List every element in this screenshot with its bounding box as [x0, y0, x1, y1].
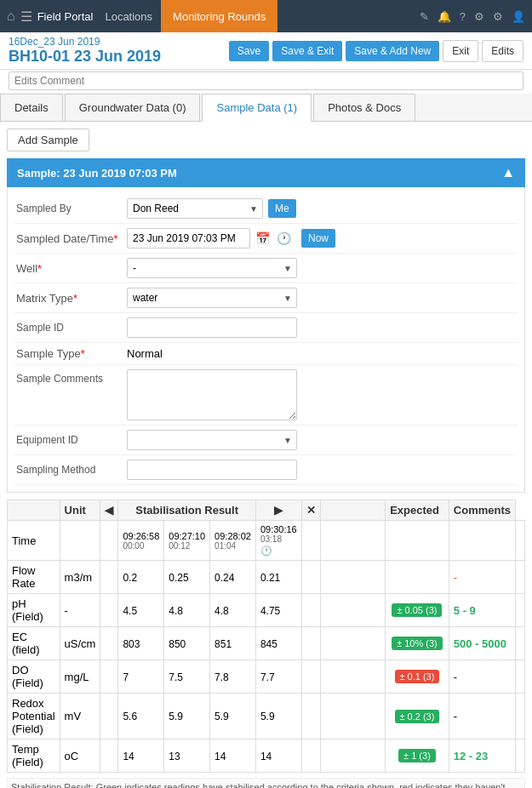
- stab-value-cell[interactable]: [210, 660, 256, 694]
- col-nav-prev[interactable]: ◀: [100, 500, 118, 521]
- stab-comment-cell[interactable]: [516, 594, 525, 627]
- stab-value-cell[interactable]: [118, 694, 164, 739]
- nav-locations[interactable]: Locations: [96, 10, 161, 23]
- stab-value-cell[interactable]: [210, 561, 256, 594]
- clock-icon[interactable]: 🕐: [275, 231, 293, 245]
- stab-row-unit: uS/cm: [60, 627, 100, 660]
- stab-value-input[interactable]: [260, 711, 297, 722]
- stab-value-cell[interactable]: [255, 627, 301, 660]
- stab-value-cell[interactable]: [255, 694, 301, 739]
- stab-value-input[interactable]: [169, 605, 205, 617]
- stab-value-cell[interactable]: [164, 594, 210, 627]
- sampled-by-select[interactable]: Don Reed: [127, 198, 263, 219]
- stab-value-cell[interactable]: [118, 561, 164, 594]
- stab-value-input[interactable]: [169, 671, 205, 683]
- stab-value-input[interactable]: [169, 751, 205, 762]
- settings2-icon[interactable]: ⚙: [493, 10, 503, 23]
- portal-label[interactable]: Field Portal: [37, 10, 94, 23]
- sample-comments-textarea[interactable]: [127, 369, 297, 420]
- equipment-select[interactable]: [127, 430, 297, 450]
- stab-value-cell[interactable]: [255, 594, 301, 627]
- edits-comment-input[interactable]: [9, 71, 523, 90]
- sample-type-label: Sample Type*: [16, 347, 127, 360]
- stab-value-cell[interactable]: [164, 561, 210, 594]
- stab-row: Flow Ratem3/m-: [8, 561, 525, 594]
- calendar-icon[interactable]: 📅: [254, 231, 272, 245]
- stab-value-input[interactable]: [123, 751, 159, 762]
- stab-comment-cell[interactable]: [516, 694, 525, 739]
- save-add-new-button[interactable]: Save & Add New: [346, 41, 439, 61]
- exit-button[interactable]: Exit: [443, 40, 478, 62]
- stab-value-input[interactable]: [123, 671, 159, 683]
- bell-icon[interactable]: 🔔: [438, 10, 451, 23]
- stab-value-cell[interactable]: [255, 739, 301, 773]
- stab-value-cell[interactable]: [164, 660, 210, 694]
- stab-value-input[interactable]: [169, 711, 205, 722]
- stab-row-nav-next: [301, 739, 320, 773]
- stab-value-input[interactable]: [215, 638, 251, 650]
- stab-value-input[interactable]: [169, 572, 205, 584]
- tab-sample-data[interactable]: Sample Data (1): [202, 94, 312, 122]
- help-icon[interactable]: ?: [460, 10, 466, 23]
- stab-value-cell[interactable]: [164, 739, 210, 773]
- me-button[interactable]: Me: [268, 199, 296, 218]
- stab-value-input[interactable]: [215, 711, 251, 722]
- tab-groundwater[interactable]: Groundwater Data (0): [65, 94, 201, 121]
- home-icon[interactable]: ⌂: [7, 9, 15, 24]
- settings-icon[interactable]: ⚙: [474, 10, 484, 23]
- stab-value-input[interactable]: [215, 751, 251, 762]
- stab-value-input[interactable]: [260, 671, 297, 683]
- collapse-icon[interactable]: ▲: [501, 165, 515, 180]
- add-sample-button[interactable]: Add Sample: [7, 128, 89, 151]
- stab-value-cell[interactable]: [210, 594, 256, 627]
- stab-comment-cell[interactable]: [516, 561, 525, 594]
- equipment-id-row: Equipment ID: [14, 425, 518, 455]
- stab-comment-cell[interactable]: [516, 739, 525, 773]
- datetime-input[interactable]: [127, 228, 250, 248]
- col-nav-next[interactable]: ▶: [255, 500, 301, 521]
- tab-details[interactable]: Details: [0, 94, 63, 121]
- portal-icon[interactable]: ☰: [20, 9, 32, 25]
- stab-value-input[interactable]: [260, 638, 297, 650]
- stab-value-cell[interactable]: [210, 694, 256, 739]
- stab-value-input[interactable]: [123, 572, 159, 584]
- stab-value-input[interactable]: [260, 605, 297, 617]
- stab-value-input[interactable]: [215, 572, 251, 584]
- stab-comment-cell[interactable]: [516, 660, 525, 694]
- sample-id-input[interactable]: [127, 317, 297, 338]
- edit-icon[interactable]: ✎: [420, 10, 429, 23]
- stab-value-cell[interactable]: [255, 561, 301, 594]
- save-button[interactable]: Save: [229, 41, 269, 61]
- stab-value-input[interactable]: [169, 638, 205, 650]
- edits-button[interactable]: Edits: [482, 40, 523, 62]
- stab-value-cell[interactable]: [255, 660, 301, 694]
- stab-value-cell[interactable]: [210, 739, 256, 773]
- stab-value-cell[interactable]: [118, 739, 164, 773]
- stab-value-input[interactable]: [123, 605, 159, 617]
- well-select[interactable]: -: [127, 258, 297, 278]
- stab-comment-cell[interactable]: [516, 627, 525, 660]
- stab-value-input[interactable]: [215, 671, 251, 683]
- stab-value-cell[interactable]: [210, 627, 256, 660]
- stab-row-unit: mg/L: [60, 660, 100, 694]
- stab-value-cell[interactable]: [118, 594, 164, 627]
- sampling-method-input[interactable]: [127, 460, 297, 480]
- user-icon[interactable]: 👤: [512, 10, 525, 23]
- now-button[interactable]: Now: [301, 229, 335, 248]
- stab-value-cell[interactable]: [118, 627, 164, 660]
- sampled-by-select-wrap: Don Reed: [127, 198, 263, 219]
- stab-value-cell[interactable]: [118, 660, 164, 694]
- stab-value-cell[interactable]: [164, 694, 210, 739]
- stab-value-input[interactable]: [260, 572, 297, 584]
- nav-monitoring[interactable]: Monitoring Rounds: [161, 0, 277, 32]
- stab-value-cell[interactable]: [164, 627, 210, 660]
- matrix-select[interactable]: water: [127, 288, 297, 308]
- tab-photos-docs[interactable]: Photos & Docs: [313, 94, 415, 121]
- col-clear[interactable]: ✕: [301, 500, 320, 521]
- stab-value-input[interactable]: [123, 711, 159, 722]
- stab-comment-cell[interactable]: [516, 521, 525, 561]
- stab-value-input[interactable]: [260, 751, 297, 762]
- save-exit-button[interactable]: Save & Exit: [272, 41, 342, 61]
- stab-value-input[interactable]: [123, 638, 159, 650]
- stab-value-input[interactable]: [215, 605, 251, 617]
